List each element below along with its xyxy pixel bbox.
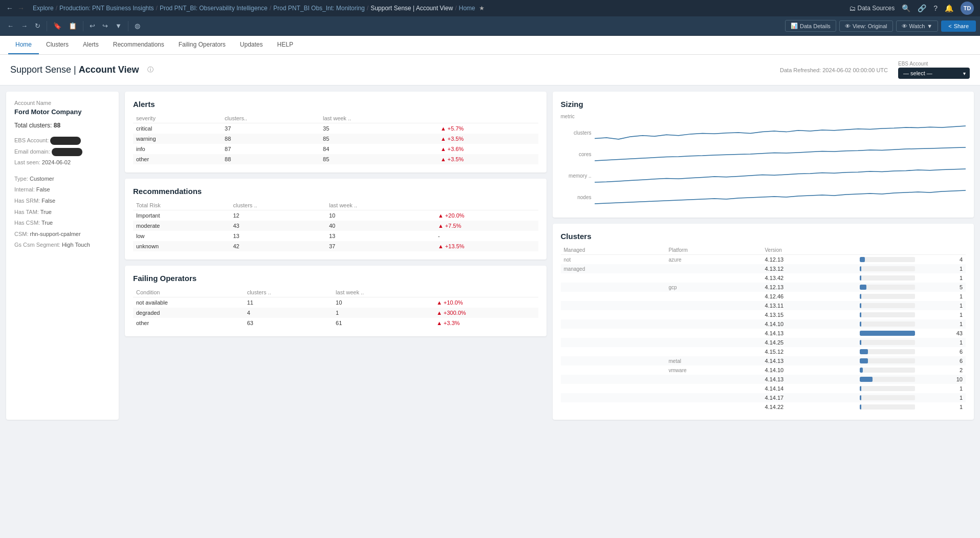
table-row: metal 4.14.13 6 (561, 356, 966, 365)
cl-count: 1 (918, 292, 966, 301)
tab-updates[interactable]: Updates (233, 36, 270, 54)
cl-col-count (918, 246, 966, 255)
notifications-icon[interactable]: 🔔 (945, 4, 953, 12)
tabs-bar: Home Clusters Alerts Recommendations Fai… (0, 36, 980, 55)
back-icon[interactable]: ← (6, 4, 13, 12)
tab-failing-operators[interactable]: Failing Operators (171, 36, 233, 54)
cl-version: 4.14.13 (761, 356, 857, 365)
alert-severity: other (133, 154, 222, 164)
rec-change: ▲ +20.0% (435, 210, 538, 221)
cl-platform: gcp (666, 283, 762, 292)
toolbar-separator-3 (128, 21, 128, 31)
breadcrumb-obs-int[interactable]: Prod PNT_BI Obs_Int: Monitoring (273, 5, 365, 12)
undo-button[interactable]: ↩ (86, 20, 98, 32)
cl-count: 2 (918, 365, 966, 375)
rec-clusters: 43 (230, 221, 326, 231)
fo-condition: other (133, 318, 244, 328)
cl-bar-cell (857, 329, 918, 338)
bookmark-button[interactable]: 🔖 (50, 20, 64, 32)
copy-button[interactable]: 📋 (66, 20, 80, 32)
cl-managed (561, 338, 666, 347)
cl-managed (561, 301, 666, 310)
toolbar-left: ← → ↻ 🔖 📋 ↩ ↪ ▼ ◍ (4, 20, 783, 32)
redo-button[interactable]: ↪ (99, 20, 111, 32)
content-grid: Account Name Ford Motor Company Total cl… (0, 85, 980, 426)
cl-count: 1 (918, 384, 966, 393)
tab-help[interactable]: HELP (270, 36, 300, 54)
cl-col-version: Version (761, 246, 857, 255)
sizing-metric-row: memory .. (561, 166, 966, 185)
rec-lastweek: 40 (326, 221, 435, 231)
rec-lastweek: 10 (326, 210, 435, 221)
breadcrumb-sep-3: / (270, 5, 271, 12)
cl-bar-cell (857, 393, 918, 402)
view-original-button[interactable]: 👁 View: Original (839, 20, 893, 32)
refresh-cycle-button[interactable]: ◍ (132, 20, 143, 32)
sizing-chart (595, 125, 966, 140)
fo-lastweek: 10 (333, 297, 433, 308)
cl-bar-cell (857, 384, 918, 393)
rec-lastweek: 13 (326, 231, 435, 241)
cl-bar-cell (857, 292, 918, 301)
reload-button[interactable]: ↻ (32, 20, 43, 32)
alerts-col-lastweek: last week .. (320, 114, 438, 123)
fo-condition: not available (133, 297, 244, 308)
table-row: unknown 42 37 ▲ +13.5% (133, 241, 538, 251)
table-row: 4.14.13 43 (561, 329, 966, 338)
cl-bar-cell (857, 283, 918, 292)
tab-clusters[interactable]: Clusters (39, 36, 76, 54)
tab-recommendations[interactable]: Recommendations (106, 36, 171, 54)
alert-lastweek: 85 (320, 154, 438, 164)
main-content: Account Name Ford Motor Company Total cl… (0, 85, 980, 538)
rec-lastweek: 37 (326, 241, 435, 251)
table-row: Important 12 10 ▲ +20.0% (133, 210, 538, 221)
table-row: moderate 43 40 ▲ +7.5% (133, 221, 538, 231)
cl-managed (561, 292, 666, 301)
table-row: gcp 4.12.13 5 (561, 283, 966, 292)
cl-managed: managed (561, 264, 666, 273)
undo-back-button[interactable]: ← (4, 20, 17, 32)
cl-managed (561, 402, 666, 412)
table-row: 4.14.25 1 (561, 338, 966, 347)
breadcrumb-sep-2: / (156, 5, 158, 12)
data-details-button[interactable]: 📊 Data Details (785, 20, 836, 32)
forward-icon[interactable]: → (17, 4, 25, 12)
sizing-title: Sizing (561, 100, 966, 109)
breadcrumb-explore[interactable]: Explore (33, 5, 54, 12)
help-icon[interactable]: ? (933, 4, 938, 12)
cl-count: 1 (918, 402, 966, 412)
undo-dropdown-button[interactable]: ▼ (112, 20, 125, 32)
breadcrumb-pnt-bi[interactable]: Prod PNT_BI: Observability Intelligence (160, 5, 268, 12)
cl-platform: vmware (666, 365, 762, 375)
tab-home[interactable]: Home (8, 36, 39, 54)
rec-risk: unknown (133, 241, 230, 251)
cl-platform (666, 292, 762, 301)
ebs-account-dropdown[interactable]: — select — (898, 68, 970, 79)
datasources-link[interactable]: 🗂 Data Sources (849, 5, 895, 12)
email-domain-redacted (52, 148, 82, 156)
search-icon[interactable]: 🔍 (902, 4, 910, 12)
table-row: other 63 61 ▲ +3.3% (133, 318, 538, 328)
alerts-table: severity clusters.. last week .. critica… (133, 114, 538, 164)
breadcrumb-home[interactable]: Home (459, 5, 475, 12)
redo-forward-button[interactable]: → (18, 20, 31, 32)
ebs-account-field: EBS Account: (14, 136, 111, 145)
sizing-rows: clusterscoresmemory ..nodes (561, 123, 966, 206)
cl-version: 4.14.13 (761, 329, 857, 338)
tab-alerts[interactable]: Alerts (76, 36, 106, 54)
user-avatar[interactable]: TD (961, 2, 974, 15)
favorite-star[interactable]: ★ (479, 5, 485, 12)
failing-operators-title: Failing Operators (133, 274, 538, 283)
share-icon: < (948, 23, 951, 29)
info-icon[interactable]: ⓘ (147, 66, 154, 74)
cl-platform: metal (666, 356, 762, 365)
share-nav-icon[interactable]: 🔗 (918, 4, 926, 12)
share-button[interactable]: < Share (941, 20, 976, 32)
breadcrumb-production[interactable]: Production: PNT Business Insights (59, 5, 154, 12)
watch-button[interactable]: 👁 Watch ▼ (896, 20, 939, 32)
fo-change: ▲ +3.3% (433, 318, 538, 328)
failing-operators-card: Failing Operators Conditionclusters ..la… (125, 266, 547, 336)
cl-platform (666, 301, 762, 310)
sizing-metric-row: clusters (561, 123, 966, 142)
account-info-panel: Account Name Ford Motor Company Total cl… (6, 92, 119, 420)
